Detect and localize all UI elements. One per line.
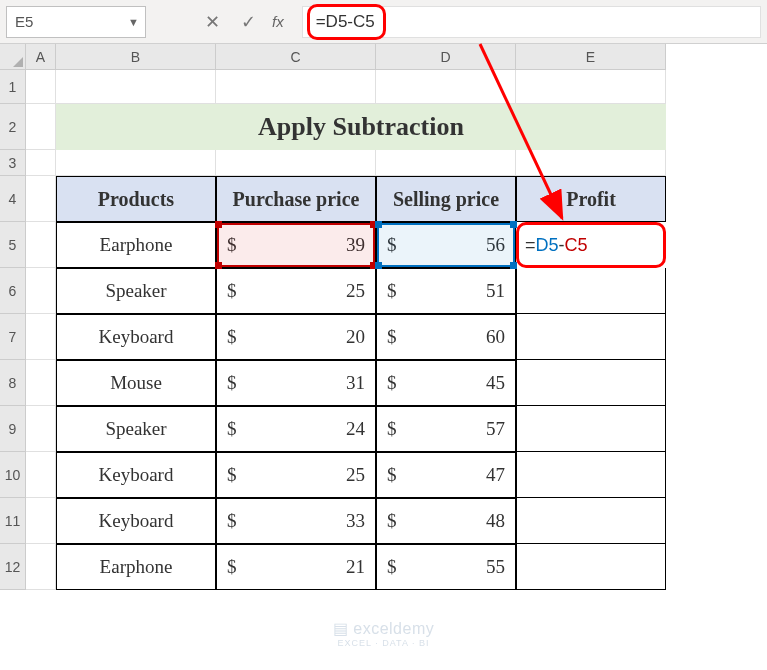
chevron-down-icon[interactable]: ▼ [128,16,139,28]
cell-product-10[interactable]: Keyboard [56,452,216,498]
formula-bar-buttons: ✕ ✓ fx [194,6,294,38]
cell-selling-6[interactable]: $51 [376,268,516,314]
cell-purchase-9[interactable]: $24 [216,406,376,452]
row-header-2[interactable]: 2 [0,104,26,150]
row-header-6[interactable]: 6 [0,268,26,314]
cell-purchase-12[interactable]: $21 [216,544,376,590]
title-cell[interactable]: Apply Subtraction [56,104,666,150]
cell-E9[interactable] [516,406,666,452]
cell-product-6[interactable]: Speaker [56,268,216,314]
cell-E7[interactable] [516,314,666,360]
cell-product-12[interactable]: Earphone [56,544,216,590]
cell-E12[interactable] [516,544,666,590]
cell-D3[interactable] [376,150,516,176]
select-all-corner[interactable] [0,44,26,70]
header-purchase[interactable]: Purchase price [216,176,376,222]
row-header-3[interactable]: 3 [0,150,26,176]
sheet-area: 1 2 3 4 5 6 7 8 9 10 11 12 Apply Subtrac… [0,70,767,590]
header-products[interactable]: Products [56,176,216,222]
cell-purchase-10[interactable]: $25 [216,452,376,498]
cell-product-7[interactable]: Keyboard [56,314,216,360]
col-header-A[interactable]: A [26,44,56,70]
name-box[interactable]: E5 ▼ [6,6,146,38]
cell-A1[interactable] [26,70,56,104]
cell-product-8[interactable]: Mouse [56,360,216,406]
header-selling[interactable]: Selling price [376,176,516,222]
cell-C3[interactable] [216,150,376,176]
grid-body: Apply Subtraction Products Purchase pric… [26,70,666,590]
col-header-E[interactable]: E [516,44,666,70]
cell-B3[interactable] [56,150,216,176]
formula-text: =D5-C5 [316,12,375,32]
cell-C1[interactable] [216,70,376,104]
cell-A8[interactable] [26,360,56,406]
cell-selling-5[interactable]: $56 [376,222,516,268]
cell-B1[interactable] [56,70,216,104]
cell-E3[interactable] [516,150,666,176]
watermark: ▤ exceldemy EXCEL · DATA · BI [333,619,434,648]
cell-selling-9[interactable]: $57 [376,406,516,452]
cell-E11[interactable] [516,498,666,544]
row-header-9[interactable]: 9 [0,406,26,452]
cell-A9[interactable] [26,406,56,452]
cell-selling-11[interactable]: $48 [376,498,516,544]
cell-A7[interactable] [26,314,56,360]
cell-D1[interactable] [376,70,516,104]
cell-A3[interactable] [26,150,56,176]
col-header-B[interactable]: B [56,44,216,70]
formula-bar: E5 ▼ ✕ ✓ fx =D5-C5 [0,0,767,44]
cell-product-11[interactable]: Keyboard [56,498,216,544]
row-header-4[interactable]: 4 [0,176,26,222]
col-header-D[interactable]: D [376,44,516,70]
cell-purchase-11[interactable]: $33 [216,498,376,544]
cell-product-9[interactable]: Speaker [56,406,216,452]
header-profit[interactable]: Profit [516,176,666,222]
row-header-5[interactable]: 5 [0,222,26,268]
formula-callout: =D5-C5 [307,4,386,40]
cell-A4[interactable] [26,176,56,222]
row-header-8[interactable]: 8 [0,360,26,406]
cell-selling-10[interactable]: $47 [376,452,516,498]
cell-selling-8[interactable]: $45 [376,360,516,406]
cell-E10[interactable] [516,452,666,498]
cell-purchase-5[interactable]: $39 [216,222,376,268]
col-header-C[interactable]: C [216,44,376,70]
cell-E8[interactable] [516,360,666,406]
cell-E6[interactable] [516,268,666,314]
cell-A12[interactable] [26,544,56,590]
column-header-row: A B C D E [0,44,767,70]
cell-A11[interactable] [26,498,56,544]
cell-purchase-8[interactable]: $31 [216,360,376,406]
enter-icon[interactable]: ✓ [230,6,266,38]
cell-A6[interactable] [26,268,56,314]
formula-input[interactable]: =D5-C5 [302,6,761,38]
cell-purchase-7[interactable]: $20 [216,314,376,360]
cell-E1[interactable] [516,70,666,104]
fx-icon[interactable]: fx [272,13,284,30]
cell-E5-formula[interactable]: =D5-C5 [516,222,666,268]
row-header-12[interactable]: 12 [0,544,26,590]
row-header-10[interactable]: 10 [0,452,26,498]
name-box-value: E5 [15,13,33,30]
row-header-1[interactable]: 1 [0,70,26,104]
cancel-icon[interactable]: ✕ [194,6,230,38]
cell-A10[interactable] [26,452,56,498]
cell-purchase-6[interactable]: $25 [216,268,376,314]
row-header-7[interactable]: 7 [0,314,26,360]
row-headers: 1 2 3 4 5 6 7 8 9 10 11 12 [0,70,26,590]
row-header-11[interactable]: 11 [0,498,26,544]
cell-A5[interactable] [26,222,56,268]
cell-selling-12[interactable]: $55 [376,544,516,590]
cell-A2[interactable] [26,104,56,150]
cell-selling-7[interactable]: $60 [376,314,516,360]
cell-product-5[interactable]: Earphone [56,222,216,268]
